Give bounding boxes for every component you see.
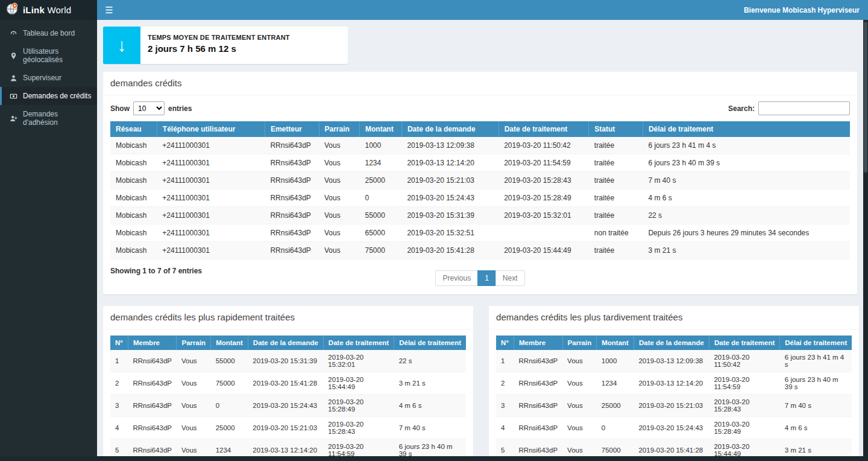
table-cell: Vous	[562, 372, 597, 395]
column-header[interactable]: Emetteur	[265, 121, 319, 137]
brand[interactable]: iLink World	[0, 0, 97, 20]
pagination-page-1-button[interactable]: 1	[477, 270, 496, 286]
sidebar-toggle-button[interactable]: ☰	[97, 0, 121, 20]
table-cell: 1234	[359, 154, 401, 172]
panel-header: demandes crédits les plus rapidement tra…	[103, 306, 473, 329]
table-cell: 4 m 6 s	[643, 189, 850, 207]
user-menu-link[interactable]: Bienvenue Mobicash Hyperviseur	[735, 0, 868, 20]
table-cell: traitée	[589, 189, 643, 207]
page-length-select[interactable]: 10	[133, 101, 165, 115]
column-header[interactable]: Parrain	[562, 335, 597, 350]
panel-slowest-processed: demandes crédits les plus tardivement tr…	[489, 306, 859, 456]
table-cell: 0	[211, 395, 248, 417]
table-cell: RRnsi643dP	[514, 350, 563, 372]
table-cell: 6 jours 23 h 41 m 4 s	[643, 137, 850, 154]
column-header[interactable]: Parrain	[319, 121, 359, 137]
table-cell: Vous	[562, 439, 597, 457]
table-cell: Vous	[177, 350, 211, 372]
table-cell: 55000	[359, 207, 401, 224]
panel-fastest-processed: demandes crédits les plus rapidement tra…	[103, 306, 473, 456]
pagination-next-button[interactable]: Next	[495, 270, 525, 286]
table-cell: 2019-03-20 15:41:28	[248, 372, 323, 395]
table-cell: +24111000301	[157, 137, 265, 154]
table-cell: Vous	[319, 154, 359, 172]
sidebar-item-tableau-de-bord[interactable]: Tableau de bord	[0, 24, 97, 42]
hamburger-icon: ☰	[105, 5, 113, 16]
column-header[interactable]: Téléphone utilisateur	[157, 121, 265, 137]
table-body: Mobicash+24111000301RRnsi643dPVous100020…	[110, 137, 850, 259]
table-head: RéseauTéléphone utilisateurEmetteurParra…	[110, 121, 850, 137]
table-cell: +24111000301	[157, 189, 265, 207]
table-cell: 25000	[211, 417, 248, 439]
scrollbar-track[interactable]	[863, 20, 868, 461]
column-header[interactable]: Délai de traitement	[394, 335, 466, 350]
pagination-previous-button[interactable]: Previous	[435, 270, 478, 286]
column-header[interactable]: Date de la demande	[248, 335, 323, 350]
column-header[interactable]: Délai de traitement	[780, 335, 852, 350]
column-header[interactable]: Montant	[359, 121, 401, 137]
table-cell: 3	[496, 395, 514, 417]
table-cell: 2019-03-20 15:24:43	[401, 189, 498, 207]
info-box-title: TEMPS MOYEN DE TRAITEMENT ENTRANT	[148, 34, 290, 41]
table-cell: Vous	[177, 395, 211, 417]
column-header[interactable]: Parrain	[177, 335, 211, 350]
table-cell: RRnsi643dP	[128, 372, 177, 395]
table-cell: Vous	[177, 372, 211, 395]
column-header[interactable]: Délai de traitement	[643, 121, 850, 137]
table-cell: Vous	[177, 439, 211, 457]
table-cell: 55000	[211, 350, 248, 372]
column-header[interactable]: Statut	[589, 121, 643, 137]
column-header[interactable]: Montant	[597, 335, 634, 350]
table-cell: 2019-03-20 15:31:39	[401, 207, 498, 224]
table-row: Mobicash+24111000301RRnsi643dPVous750002…	[110, 242, 850, 259]
column-header[interactable]: N°	[110, 335, 128, 350]
table-row: Mobicash+24111000301RRnsi643dPVous100020…	[110, 137, 850, 154]
table-cell: 6 jours 23 h 41 m 4 s	[780, 350, 852, 372]
table-cell: RRnsi643dP	[265, 224, 319, 242]
table-cell: RRnsi643dP	[265, 137, 319, 154]
pagination: Previous 1 Next	[435, 270, 524, 286]
column-header[interactable]: Date de traitement	[498, 121, 589, 137]
table-cell: 22 s	[394, 350, 466, 372]
table-cell: 2019-03-20 11:50:42	[709, 350, 779, 372]
table-row: 2RRnsi643dPVous750002019-03-20 15:41:282…	[110, 372, 466, 395]
sidebar-item-utilisateurs-geolocalises[interactable]: Utilisateurs géolocalisés	[0, 42, 97, 69]
column-header[interactable]: Montant	[211, 335, 248, 350]
column-header[interactable]: Date de la demande	[634, 335, 709, 350]
sidebar-item-demandes-de-credits[interactable]: Demandes de crédits	[0, 87, 97, 105]
column-header[interactable]: Date de la demande	[401, 121, 498, 137]
column-header[interactable]: Membre	[514, 335, 563, 350]
panel-demandes-credits: demandes crédits Show 10 entries Search:	[103, 72, 857, 294]
column-header[interactable]: Date de traitement	[709, 335, 779, 350]
table-cell: 2019-03-20 11:54:59	[323, 439, 394, 457]
sidebar-item-label: Demandes d'adhésion	[23, 110, 92, 127]
table-cell: Mobicash	[110, 207, 157, 224]
table-cell: 0	[359, 189, 401, 207]
sidebar-item-label: Utilisateurs géolocalisés	[23, 47, 92, 64]
arrow-down-icon: ↓	[103, 27, 140, 64]
table-cell: 25000	[359, 172, 401, 189]
membership-requests-icon	[9, 115, 17, 122]
table-cell: 2019-03-20 15:28:49	[709, 417, 779, 439]
sidebar-item-demandes-adhesion[interactable]: Demandes d'adhésion	[0, 105, 97, 132]
column-header[interactable]: N°	[496, 335, 514, 350]
table-header-row: N°MembreParrainMontantDate de la demande…	[110, 335, 466, 350]
table-cell: 2019-03-20 15:21:03	[634, 395, 709, 417]
scrollbar-thumb[interactable]	[864, 22, 867, 173]
column-header[interactable]: Réseau	[110, 121, 157, 137]
table-cell: +24111000301	[157, 242, 265, 259]
table-cell: 75000	[211, 372, 248, 395]
table-cell: RRnsi643dP	[265, 207, 319, 224]
top-navbar: iLink World ☰ Bienvenue Mobicash Hypervi…	[0, 0, 868, 20]
table-cell: RRnsi643dP	[514, 372, 563, 395]
sidebar-item-superviseur[interactable]: Superviseur	[0, 69, 97, 87]
credit-requests-icon	[9, 92, 17, 100]
table-cell: RRnsi643dP	[514, 417, 563, 439]
table-cell: +24111000301	[157, 172, 265, 189]
table-row: 1RRnsi643dPVous10002019-03-13 12:09:3820…	[496, 350, 852, 372]
column-header[interactable]: Date de traitement	[323, 335, 394, 350]
table-row: Mobicash+24111000301RRnsi643dPVous650002…	[110, 224, 850, 242]
search-input[interactable]	[758, 101, 850, 115]
table-row: 2RRnsi643dPVous12342019-03-13 12:14:2020…	[496, 372, 852, 395]
column-header[interactable]: Membre	[128, 335, 177, 350]
